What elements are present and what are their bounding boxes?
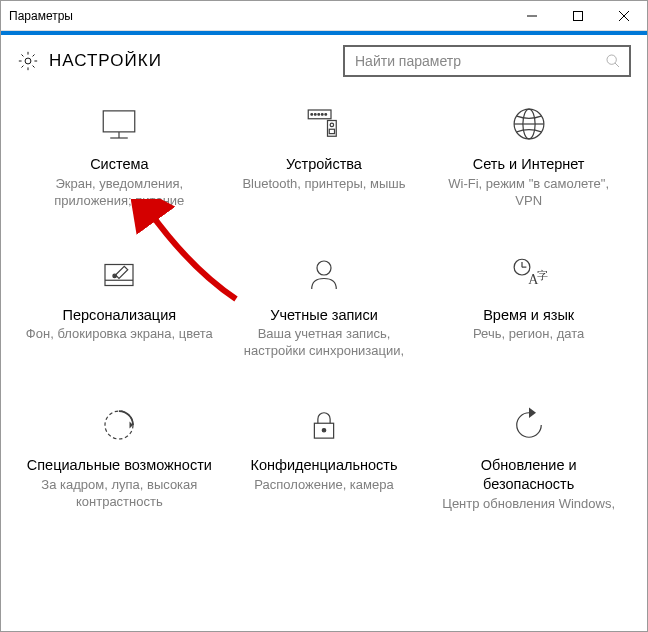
svg-rect-18 [329,129,334,133]
tile-desc: За кадром, лупа, высокая контрастность [25,477,214,511]
tile-accounts[interactable]: Учетные записи Ваша учетная запись, наст… [222,240,427,391]
svg-point-4 [25,58,31,64]
svg-point-14 [321,114,323,116]
devices-icon [303,103,345,145]
tile-privacy[interactable]: Конфиденциальность Расположение, камера [222,390,427,543]
tile-title: Конфиденциальность [230,456,419,475]
svg-line-6 [615,63,619,67]
gear-icon [17,50,39,72]
svg-point-5 [607,55,616,64]
maximize-button[interactable] [555,1,601,31]
person-icon [303,254,345,296]
tile-devices[interactable]: Устройства Bluetooth, принтеры, мышь [222,89,427,240]
tile-title: Обновление и безопасность [434,456,623,494]
svg-rect-1 [574,11,583,20]
time-language-icon: A 字 [508,254,550,296]
tile-desc: Речь, регион, дата [434,326,623,343]
svg-point-17 [330,123,334,127]
tile-time-language[interactable]: A 字 Время и язык Речь, регион, дата [426,240,631,391]
tile-title: Время и язык [434,306,623,325]
page-title: НАСТРОЙКИ [49,51,343,71]
tile-desc: Bluetooth, принтеры, мышь [230,176,419,193]
close-button[interactable] [601,1,647,31]
tile-desc: Wi-Fi, режим "в самолете", VPN [434,176,623,210]
svg-text:字: 字 [537,268,548,280]
window-title: Параметры [1,9,509,23]
tile-desc: Ваша учетная запись, настройки синхрониз… [230,326,419,360]
svg-point-34 [322,429,326,433]
tile-ease-of-access[interactable]: Специальные возможности За кадром, лупа,… [17,390,222,543]
settings-grid: Система Экран, уведомления, приложения; … [1,89,647,543]
svg-point-15 [325,114,327,116]
svg-point-24 [113,274,117,278]
header: НАСТРОЙКИ [1,35,647,89]
svg-point-12 [314,114,316,116]
tile-title: Сеть и Интернет [434,155,623,174]
tile-system[interactable]: Система Экран, уведомления, приложения; … [17,89,222,240]
tile-title: Устройства [230,155,419,174]
lock-icon [303,404,345,446]
search-input[interactable] [353,52,605,70]
ease-of-access-icon [98,404,140,446]
svg-point-25 [317,261,331,275]
tile-desc: Фон, блокировка экрана, цвета [25,326,214,343]
display-icon [98,103,140,145]
tile-update-security[interactable]: Обновление и безопасность Центр обновлен… [426,390,631,543]
tile-title: Система [25,155,214,174]
tile-title: Специальные возможности [25,456,214,475]
update-icon [508,404,550,446]
minimize-button[interactable] [509,1,555,31]
globe-icon [508,103,550,145]
tile-title: Учетные записи [230,306,419,325]
svg-rect-22 [105,264,133,285]
tile-network[interactable]: Сеть и Интернет Wi-Fi, режим "в самолете… [426,89,631,240]
tile-desc: Экран, уведомления, приложения; питание [25,176,214,210]
svg-point-11 [311,114,313,116]
svg-point-13 [318,114,320,116]
window-titlebar: Параметры [1,1,647,31]
search-icon [605,53,621,69]
tile-desc: Расположение, камера [230,477,419,494]
tile-desc: Центр обновления Windows, [434,496,623,513]
tile-personalization[interactable]: Персонализация Фон, блокировка экрана, ц… [17,240,222,391]
svg-marker-35 [529,408,536,419]
svg-rect-7 [104,111,136,132]
search-box[interactable] [343,45,631,77]
personalization-icon [98,254,140,296]
tile-title: Персонализация [25,306,214,325]
